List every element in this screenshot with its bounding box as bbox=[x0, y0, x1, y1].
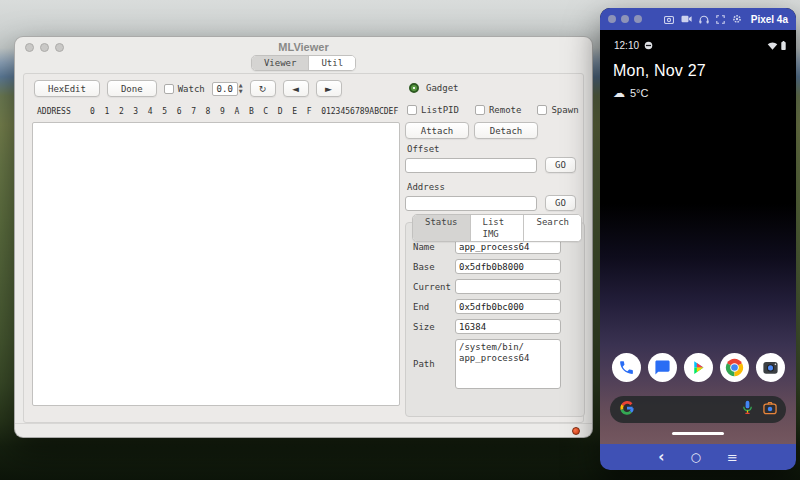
base-input[interactable] bbox=[455, 259, 561, 274]
offset-go-button[interactable]: GO bbox=[545, 157, 576, 173]
address-go-button[interactable]: GO bbox=[545, 195, 576, 211]
lockscreen-date: Mon, Nov 27 bbox=[613, 62, 706, 80]
path-label: Path bbox=[413, 359, 455, 369]
fullscreen-icon[interactable] bbox=[716, 15, 725, 24]
watch-interval-spinner: 0.0 ▲ ▼ bbox=[212, 82, 243, 96]
device-name: Pixel 4a bbox=[751, 14, 788, 25]
path-textarea[interactable]: /system/bin/ app_process64 bbox=[455, 339, 561, 389]
home-button[interactable]: ○ bbox=[690, 451, 700, 463]
do-not-disturb-icon bbox=[644, 36, 653, 54]
hex-dump-area[interactable] bbox=[32, 122, 400, 406]
current-input[interactable] bbox=[455, 279, 561, 294]
wifi-icon bbox=[767, 36, 778, 54]
phone-mirror-window: Pixel 4a 12:10 Mon, Nov 27 ☁ 5°C bbox=[600, 8, 796, 470]
phone-window-controls bbox=[608, 15, 642, 23]
phone-app-icon[interactable] bbox=[612, 353, 641, 382]
phone-screen[interactable]: 12:10 Mon, Nov 27 ☁ 5°C bbox=[600, 30, 796, 444]
app-dock bbox=[600, 353, 796, 382]
refresh-icon: ↻ bbox=[259, 84, 267, 94]
attach-button[interactable]: Attach bbox=[405, 122, 469, 139]
android-nav-bar: ‹ ○ ≡ bbox=[600, 444, 796, 470]
listpid-label: ListPID bbox=[421, 105, 459, 115]
next-page-button[interactable]: ► bbox=[316, 80, 342, 97]
back-button[interactable]: ‹ bbox=[658, 450, 664, 465]
base-label: Base bbox=[413, 262, 455, 272]
tab-util[interactable]: Util bbox=[308, 56, 355, 70]
tab-list-img[interactable]: List IMG bbox=[470, 215, 524, 241]
tab-status[interactable]: Status bbox=[413, 215, 470, 241]
address-input[interactable] bbox=[405, 196, 537, 211]
done-button[interactable]: Done bbox=[107, 80, 157, 97]
watch-label: Watch bbox=[178, 84, 205, 94]
screen-record-icon[interactable] bbox=[681, 15, 692, 23]
left-arrow-icon: ◄ bbox=[292, 84, 299, 94]
gadget-status-icon bbox=[409, 83, 419, 93]
clock: 12:10 bbox=[614, 40, 639, 51]
phone-titlebar[interactable]: Pixel 4a bbox=[600, 8, 796, 30]
google-search-bar[interactable] bbox=[610, 396, 786, 423]
end-input[interactable] bbox=[455, 299, 561, 314]
listpid-checkbox[interactable] bbox=[407, 105, 417, 115]
current-label: Current bbox=[413, 282, 455, 292]
chrome-app-icon[interactable] bbox=[720, 353, 749, 382]
refresh-button[interactable]: ↻ bbox=[250, 80, 276, 97]
connection-status-dot bbox=[572, 427, 580, 435]
toolbar: HexEdit Done Watch 0.0 ▲ ▼ ↻ ◄ ► bbox=[34, 80, 342, 97]
screenshot-icon[interactable] bbox=[664, 15, 674, 24]
main-tab-bar: Viewer Util bbox=[251, 55, 356, 71]
tab-search[interactable]: Search bbox=[523, 215, 581, 241]
messages-app-icon[interactable] bbox=[648, 353, 677, 382]
android-status-bar: 12:10 bbox=[614, 36, 786, 54]
window-title: MLViewer bbox=[15, 41, 592, 53]
audio-icon[interactable] bbox=[699, 15, 709, 24]
offset-label: Offset bbox=[407, 144, 440, 154]
remote-checkbox[interactable] bbox=[475, 105, 485, 115]
prev-page-button[interactable]: ◄ bbox=[283, 80, 309, 97]
mlviewer-window: MLViewer Viewer Util HexEdit Done Watch … bbox=[14, 36, 593, 438]
google-lens-icon[interactable] bbox=[763, 401, 777, 419]
spawn-checkbox[interactable] bbox=[537, 105, 547, 115]
weather-widget[interactable]: ☁ 5°C bbox=[613, 86, 648, 100]
statusbar bbox=[15, 423, 592, 437]
minimize-window-button[interactable] bbox=[621, 15, 629, 23]
watch-interval-value[interactable]: 0.0 bbox=[212, 82, 238, 96]
google-g-icon[interactable] bbox=[619, 400, 635, 420]
remote-label: Remote bbox=[489, 105, 522, 115]
offset-input[interactable] bbox=[405, 158, 537, 173]
close-window-button[interactable] bbox=[608, 15, 616, 23]
tab-viewer[interactable]: Viewer bbox=[252, 56, 309, 70]
camera-app-icon[interactable] bbox=[756, 353, 785, 382]
temperature: 5°C bbox=[630, 87, 648, 99]
end-label: End bbox=[413, 302, 455, 312]
cloud-icon: ☁ bbox=[613, 86, 625, 100]
main-panel: HexEdit Done Watch 0.0 ▲ ▼ ↻ ◄ ► A bbox=[23, 73, 584, 423]
home-indicator[interactable] bbox=[672, 432, 724, 435]
mlviewer-titlebar[interactable]: MLViewer bbox=[15, 37, 592, 57]
settings-gear-icon[interactable] bbox=[732, 14, 742, 24]
desktop-wallpaper: MLViewer Viewer Util HexEdit Done Watch … bbox=[0, 0, 800, 480]
util-panel: Gadget ListPID Remote Spawn Attach Detac… bbox=[405, 74, 587, 422]
spinner-down-icon[interactable]: ▼ bbox=[239, 89, 243, 94]
detach-button[interactable]: Detach bbox=[474, 122, 538, 139]
play-store-app-icon[interactable] bbox=[684, 353, 713, 382]
battery-icon bbox=[781, 36, 786, 54]
voice-search-mic-icon[interactable] bbox=[742, 400, 753, 419]
right-arrow-icon: ► bbox=[325, 84, 332, 94]
address-label: Address bbox=[407, 182, 445, 192]
hexedit-button[interactable]: HexEdit bbox=[34, 80, 100, 97]
size-input[interactable] bbox=[455, 319, 561, 334]
size-label: Size bbox=[413, 322, 455, 332]
name-label: Name bbox=[413, 242, 455, 252]
mode-checkboxes: ListPID Remote Spawn bbox=[407, 105, 579, 115]
watch-checkbox[interactable] bbox=[164, 84, 174, 94]
spawn-label: Spawn bbox=[551, 105, 578, 115]
recents-menu-button[interactable]: ≡ bbox=[727, 451, 738, 464]
gadget-label: Gadget bbox=[426, 83, 459, 93]
hex-column-header: ADDRESS 0 1 2 3 4 5 6 7 8 9 A B C D E F … bbox=[37, 107, 398, 116]
zoom-window-button[interactable] bbox=[634, 15, 642, 23]
info-tab-bar: Status List IMG Search bbox=[412, 214, 582, 242]
